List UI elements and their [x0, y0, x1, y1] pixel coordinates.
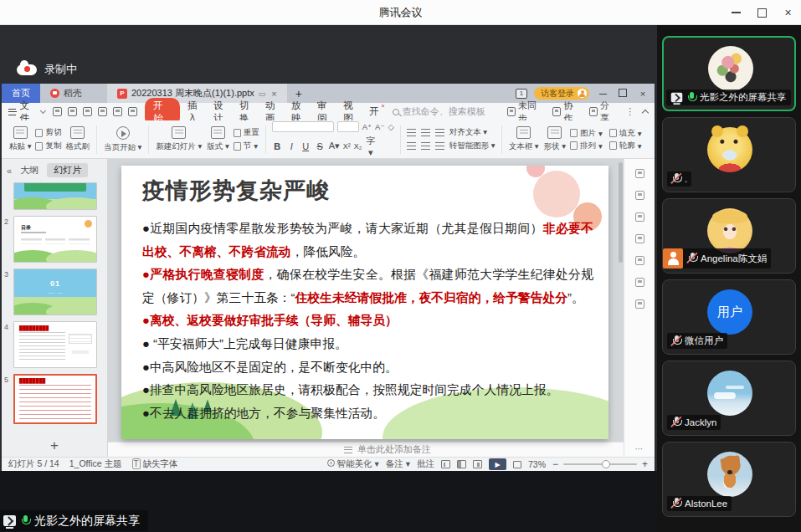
notes-toggle[interactable]: 备注 ▾	[386, 458, 410, 470]
reading-view-icon[interactable]	[473, 460, 482, 468]
wps-minimize-button[interactable]	[596, 89, 609, 99]
tab-docer[interactable]: 稻壳	[40, 84, 92, 103]
search-box[interactable]: 查找命令、搜索模板	[393, 105, 500, 118]
outline-tab[interactable]: 大纲	[20, 164, 39, 176]
tab-pin-icon[interactable]: ▭	[259, 90, 266, 98]
canvas-scrollbar[interactable]	[619, 162, 623, 263]
missing-font[interactable]: T 缺失字体	[132, 458, 178, 470]
slide-thumbnail-5-selected[interactable]: ████████	[13, 374, 97, 424]
settings-rail-icon[interactable]	[635, 299, 644, 309]
zoom-slider[interactable]: − +	[552, 458, 648, 470]
tab-close-icon[interactable]: ×	[271, 89, 276, 99]
favorite-rail-icon[interactable]	[635, 212, 644, 222]
participant-tile[interactable]: Jacklyn	[662, 361, 796, 436]
zoom-out-button[interactable]: −	[552, 458, 558, 470]
props-rail-icon[interactable]	[635, 191, 644, 200]
picture-button[interactable]: 图片 ▾	[570, 128, 603, 139]
clear-format-button[interactable]: ◇	[388, 122, 393, 131]
participant-tile[interactable]: Angelina陈文娟	[662, 198, 796, 274]
close-button[interactable]: ×	[775, 0, 801, 25]
wps-close-button[interactable]: ×	[636, 89, 650, 99]
slide-thumbnail-2[interactable]: 目录	[13, 216, 97, 263]
collapse-panel-icon[interactable]: «	[7, 166, 12, 176]
add-slide-button[interactable]: +	[2, 435, 107, 457]
align-center-icon[interactable]	[421, 129, 430, 136]
beautify-button[interactable]: 智能美化 ▾	[327, 458, 379, 470]
slide-thumbnail-4[interactable]: █████████	[13, 321, 97, 368]
shapes-button[interactable]: 形状 ▾	[542, 126, 568, 152]
font-color-button[interactable]: A▾	[329, 141, 340, 151]
pages-icon[interactable]: 1	[516, 89, 527, 99]
guest-login-badge[interactable]: 访客登录	[534, 87, 589, 100]
format-painter-button[interactable]: 格式刷	[63, 126, 92, 152]
slide-thumbnail-3[interactable]: 01 — · —	[13, 269, 97, 315]
participant-tile[interactable]: AlstonLee	[662, 442, 796, 517]
zoom-level[interactable]: 73%	[528, 459, 546, 469]
arrange-button[interactable]: 排列 ▾	[570, 141, 603, 151]
paste-button[interactable]: 粘贴 ▾	[7, 126, 33, 152]
print-icon[interactable]	[83, 107, 92, 116]
slides-tab[interactable]: 幻灯片	[47, 163, 88, 177]
slide-bullet: ●不去人群拥挤的地方，不参与聚集性活动。	[142, 402, 593, 426]
slideshow-play-button[interactable]: ▶	[489, 458, 506, 470]
rail-more-icon[interactable]: ⋯	[635, 444, 644, 453]
fit-slide-icon[interactable]	[513, 461, 521, 468]
text-tool-button[interactable]: 字▾	[365, 135, 376, 158]
collapse-ribbon-icon[interactable]	[642, 110, 649, 116]
preview-icon[interactable]	[98, 107, 107, 116]
slide[interactable]: 疫情形势复杂严峻 ●近期国内疫情零星散发形势较为严峻，请大家近期（尤其是假日期间…	[121, 166, 608, 439]
normal-view-icon[interactable]	[441, 460, 450, 468]
clip-rail-icon[interactable]	[635, 234, 644, 243]
strikethrough-button[interactable]: S	[315, 141, 326, 151]
layout-button[interactable]: 版式 ▾	[204, 126, 231, 152]
align-left-icon[interactable]	[407, 129, 416, 136]
notes-bar[interactable]: 单击此处添加备注	[108, 442, 624, 457]
menu-tab-dev[interactable]: 开	[369, 105, 385, 118]
font-name-input[interactable]	[272, 121, 334, 132]
docer-rail-icon[interactable]	[635, 169, 644, 178]
subscript-button[interactable]: X₂	[354, 142, 362, 151]
fill-button[interactable]: 填充 ▾	[609, 128, 642, 139]
comments-toggle[interactable]: 批注	[417, 458, 434, 470]
participant-tile-sharer[interactable]: 光影之外的屏幕共享	[662, 36, 796, 111]
undo-icon[interactable]	[113, 107, 122, 116]
cut-button[interactable]: 剪切	[35, 127, 61, 138]
slide-thumbnail-1[interactable]	[13, 182, 97, 210]
redo-icon[interactable]	[128, 107, 137, 116]
more-menu-icon[interactable]: ⋮	[625, 106, 634, 117]
font-size-input[interactable]	[337, 121, 359, 132]
shrink-font-button[interactable]: A⁻	[375, 122, 384, 131]
save-icon[interactable]	[53, 107, 62, 116]
zoom-slider-knob[interactable]	[602, 460, 610, 468]
notes-placeholder: 单击此处添加备注	[357, 443, 431, 456]
bold-button[interactable]: B	[272, 141, 283, 151]
number-list-icon[interactable]	[421, 142, 430, 150]
grow-font-button[interactable]: A⁺	[362, 122, 372, 131]
new-slide-button[interactable]: 新建幻灯片 ▾	[153, 126, 204, 152]
chart-rail-icon[interactable]	[635, 278, 644, 287]
zoom-in-button[interactable]: +	[642, 458, 648, 470]
bullet-list-icon[interactable]	[407, 142, 416, 150]
participant-tile[interactable]: 用户 微信用户	[662, 279, 796, 355]
text-box-button[interactable]: 文本框 ▾	[506, 126, 542, 152]
play-from-current-button[interactable]: 当页开始 ▾	[101, 126, 144, 153]
outline-button[interactable]: 轮廓 ▾	[609, 141, 642, 151]
wps-restore-button[interactable]	[616, 89, 629, 99]
sorter-view-icon[interactable]	[457, 460, 466, 468]
minimize-button[interactable]	[723, 0, 749, 25]
indent-icon[interactable]	[435, 142, 444, 150]
smart-graphic-button[interactable]: 转智能图形 ▾	[449, 141, 495, 151]
participant-tile[interactable]: .	[662, 117, 796, 192]
line-spacing-icon[interactable]	[435, 129, 444, 136]
italic-button[interactable]: I	[286, 141, 297, 151]
underline-button[interactable]: U	[300, 141, 311, 151]
superscript-button[interactable]: X²	[343, 142, 351, 151]
section-button[interactable]: 节 ▾	[234, 141, 259, 151]
export-icon[interactable]	[68, 107, 77, 116]
maximize-button[interactable]	[749, 0, 775, 25]
align-text-button[interactable]: 对齐文本 ▾	[449, 127, 487, 138]
copy-button[interactable]: 复制	[35, 141, 61, 151]
help-rail-icon[interactable]	[635, 256, 644, 265]
theme-name[interactable]: 1_Office 主题	[69, 458, 122, 470]
reset-button[interactable]: 重置	[234, 127, 259, 138]
